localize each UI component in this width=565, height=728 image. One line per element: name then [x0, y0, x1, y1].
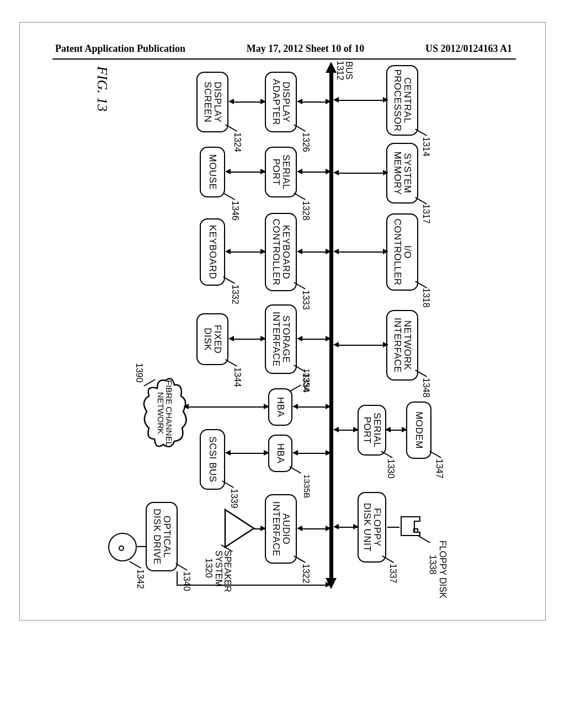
arrow-up-icon	[383, 97, 388, 103]
arrow-up-icon	[260, 336, 266, 341]
box-system-memory: SYSTEM MEMORY	[386, 143, 418, 204]
label-floppy-disk: FLOPPY DISK	[438, 540, 447, 598]
arrow-up-icon	[383, 342, 388, 347]
arrow-down-icon	[292, 404, 298, 409]
arrow-down-icon	[297, 169, 302, 174]
ref-hba-a: 1335A	[303, 368, 311, 392]
speaker-icon	[222, 507, 255, 549]
arrow-up-icon	[383, 170, 388, 175]
arrow-down-icon	[297, 526, 302, 531]
label-fibre-channel: FIBRE CHANNEL NETWORK	[157, 377, 173, 449]
conn-hbaa-cloud	[185, 406, 268, 408]
box-display-adapter: DISPLAY ADAPTER	[265, 72, 297, 132]
ref-speaker-system: 1320	[204, 558, 213, 578]
box-central-processor: CENTRAL PROCESSOR	[386, 65, 418, 136]
box-keyboard-controller: KEYBOARD CONTROLLER	[265, 213, 297, 291]
arrow-down-icon	[183, 404, 189, 409]
label-speaker-system: SPEAKER SYSTEM	[214, 550, 232, 592]
lead-mouse	[223, 192, 235, 200]
conn-si-fd	[231, 339, 265, 340]
box-scsi-bus: SCSI BUS	[200, 429, 225, 490]
arrow-down-icon	[333, 249, 339, 254]
box-hba-a: HBA	[268, 388, 292, 426]
conn-hbab-scsi	[227, 453, 268, 454]
box-mouse: MOUSE	[200, 147, 225, 197]
arrow-up-icon	[326, 526, 331, 531]
page-header: Patent Application Publication May 17, 2…	[55, 43, 512, 55]
lead-odd	[175, 563, 188, 571]
ref-fixed-disk: 1344	[233, 367, 242, 387]
arrow-down-icon	[385, 427, 391, 432]
ref-serial-port: 1328	[301, 201, 310, 221]
arrow-down-icon	[297, 99, 302, 104]
arrow-up-icon	[260, 249, 266, 254]
arrow-down-icon	[225, 450, 231, 456]
arrow-down-icon	[333, 97, 339, 103]
figure-diagram: BUS 1312 CENTRAL PROCESSOR 1314 SYSTEM M…	[14, 138, 505, 524]
ref-mouse: 1346	[231, 201, 239, 221]
ref-audio-interface: 1322	[301, 564, 310, 584]
conn-cpu-bus	[337, 100, 386, 101]
conn-io-bus	[337, 251, 386, 253]
header-left: Patent Application Publication	[55, 43, 185, 55]
box-storage-interface: STORAGE INTERFACE	[265, 304, 297, 374]
ref-serial-port-top: 1330	[386, 459, 395, 479]
ref-hba-b: 1335B	[303, 474, 311, 498]
conn-floppy-fdu	[387, 527, 399, 528]
arrow-down-icon	[333, 342, 339, 347]
arrow-down-icon	[297, 249, 302, 254]
conn-bus-odd	[177, 585, 330, 586]
figure-label: FIG. 13	[94, 66, 110, 111]
conn-bus-odd-h	[177, 571, 178, 586]
lead-serial-top	[381, 451, 393, 458]
arrow-up-icon	[353, 524, 359, 529]
arrow-up-icon	[383, 249, 388, 254]
box-network-interface: NETWORK INTERFACE	[386, 310, 418, 381]
header-right: US 2012/0124163 A1	[425, 43, 512, 55]
conn-bus-hbab	[295, 453, 330, 454]
lead-sp	[294, 192, 306, 200]
conn-sp-mouse	[227, 172, 265, 173]
box-serial-port-top: SERIAL PORT	[358, 405, 386, 456]
cloud-fibre-channel: FIBRE CHANNEL NETWORK	[142, 377, 188, 449]
arrow-up-icon	[326, 169, 331, 174]
box-serial-port: SERIAL PORT	[265, 147, 297, 197]
arrow-up-icon	[326, 249, 331, 254]
bus-label: BUS 1312	[335, 61, 353, 81]
ref-floppy-disk-unit: 1337	[388, 564, 397, 584]
lead-disc	[129, 561, 141, 569]
arrow-up-icon	[326, 450, 331, 456]
arrow-up-icon	[326, 99, 331, 104]
ref-keyboard: 1332	[231, 285, 239, 304]
lead-hbaa	[289, 384, 301, 392]
conn-bus-hbaa	[295, 406, 330, 408]
arrow-down-icon	[225, 249, 231, 254]
header-center: May 17, 2012 Sheet 10 of 10	[247, 43, 364, 55]
box-floppy-disk-unit: FLOPPY DISK UNIT	[358, 492, 386, 563]
ref-modem: 1347	[435, 459, 444, 479]
arrow-down-icon	[333, 427, 339, 432]
ref-scsi-bus: 1339	[230, 489, 238, 508]
lead-modem	[429, 451, 441, 458]
ref-io-controller: 1318	[422, 288, 430, 308]
arrow-up-icon	[326, 336, 331, 341]
lead-hbab	[289, 466, 301, 474]
arrow-up-icon	[260, 99, 266, 104]
svg-marker-0	[225, 510, 254, 547]
floppy-disk-icon	[401, 516, 420, 536]
arrow-up-icon	[260, 526, 266, 531]
arrow-down-icon	[333, 524, 339, 529]
bus-line	[329, 72, 333, 579]
arrow-up-icon	[353, 427, 359, 432]
arrow-up-icon	[264, 404, 269, 409]
arrow-down-icon	[297, 336, 302, 341]
optical-disc-icon	[108, 533, 137, 561]
arrow-up-icon	[402, 427, 407, 432]
ref-network-interface: 1348	[422, 378, 430, 398]
arrow-down-icon	[228, 99, 234, 104]
arrow-up-icon	[260, 169, 266, 174]
arrow-down-icon	[225, 169, 231, 174]
ref-display-adapter: 1326	[301, 132, 310, 152]
conn-net-bus	[337, 345, 386, 346]
arrow-up-icon	[326, 404, 331, 409]
